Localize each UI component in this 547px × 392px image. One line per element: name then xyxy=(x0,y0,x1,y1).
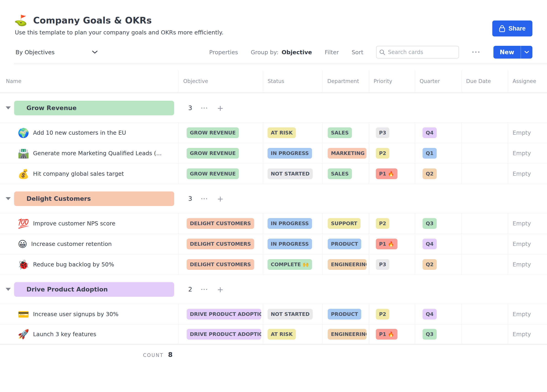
department-cell[interactable]: PRODUCT xyxy=(322,234,369,254)
department-cell[interactable]: SALES xyxy=(322,123,369,143)
quarter-cell[interactable]: Q4 xyxy=(415,123,461,143)
card-name-cell[interactable]: 😀Increase customer retention xyxy=(0,234,178,254)
group-by-control[interactable]: Group by: Objective xyxy=(251,49,312,56)
due-date-cell[interactable] xyxy=(461,324,508,344)
department-cell[interactable]: ENGINEERING xyxy=(322,324,369,344)
group-pill[interactable]: Drive Product Adoption xyxy=(14,282,174,297)
priority-cell[interactable]: P3 xyxy=(369,123,415,143)
card-name-cell[interactable]: 💳Increase user signups by 30% xyxy=(0,304,178,324)
assignee-cell[interactable]: Empty xyxy=(508,213,547,234)
status-cell[interactable]: NOT STARTED xyxy=(263,304,322,324)
column-header-quarter[interactable]: Quarter xyxy=(415,70,461,92)
table-row[interactable]: 🛣️Generate more Marketing Qualified Lead… xyxy=(0,143,547,164)
table-row[interactable]: 😀Increase customer retentionDELIGHT CUST… xyxy=(0,234,547,254)
column-header-status[interactable]: Status xyxy=(263,70,322,92)
collapse-group-icon[interactable] xyxy=(6,288,11,291)
column-header-department[interactable]: Department xyxy=(322,70,369,92)
group-add-icon[interactable]: + xyxy=(217,285,224,294)
due-date-cell[interactable] xyxy=(461,213,508,234)
properties-button[interactable]: Properties xyxy=(209,49,238,56)
card-name-cell[interactable]: 🌍Add 10 new customers in the EU xyxy=(0,123,178,143)
table-row[interactable]: 🌍Add 10 new customers in the EUGROW REVE… xyxy=(0,123,547,143)
group-add-icon[interactable]: + xyxy=(217,103,224,113)
quarter-cell[interactable]: Q4 xyxy=(415,234,461,254)
department-cell[interactable]: MARKETING xyxy=(322,143,369,163)
priority-cell[interactable]: P1 🔥 xyxy=(369,234,415,254)
filter-button[interactable]: Filter xyxy=(325,49,339,56)
priority-cell[interactable]: P2 xyxy=(369,143,415,163)
due-date-cell[interactable] xyxy=(461,254,508,275)
column-header-name[interactable]: Name xyxy=(0,70,178,92)
assignee-cell[interactable]: Empty xyxy=(508,254,547,275)
new-dropdown-button[interactable] xyxy=(521,46,533,59)
status-cell[interactable]: COMPLETE 🙌 xyxy=(263,254,322,275)
due-date-cell[interactable] xyxy=(461,304,508,324)
sort-button[interactable]: Sort xyxy=(352,49,363,56)
quarter-cell[interactable]: Q1 xyxy=(415,143,461,163)
card-name-cell[interactable]: 🚀Launch 3 key features xyxy=(0,324,178,344)
new-button-group[interactable]: New xyxy=(493,46,533,59)
quarter-cell[interactable]: Q2 xyxy=(415,164,461,184)
objective-cell[interactable]: DELIGHT CUSTOMERS xyxy=(178,213,263,234)
card-name-cell[interactable]: 🐞Reduce bug backlog by 50% xyxy=(0,254,178,275)
table-row[interactable]: 💰Hit company global sales targetGROW REV… xyxy=(0,164,547,184)
column-header-objective[interactable]: Objective xyxy=(178,70,263,92)
quarter-cell[interactable]: Q3 xyxy=(415,213,461,234)
column-header-due-date[interactable]: Due Date xyxy=(461,70,508,92)
objective-cell[interactable]: DRIVE PRODUCT ADOPTION xyxy=(178,324,263,344)
objective-cell[interactable]: DELIGHT CUSTOMERS xyxy=(178,234,263,254)
search-box[interactable] xyxy=(376,46,459,59)
group-by-value[interactable]: Objective xyxy=(282,49,312,56)
quarter-cell[interactable]: Q2 xyxy=(415,254,461,275)
table-row[interactable]: 🚀Launch 3 key featuresDRIVE PRODUCT ADOP… xyxy=(0,324,547,345)
status-cell[interactable]: AT RISK xyxy=(263,324,322,344)
table-row[interactable]: 💯Improve customer NPS scoreDELIGHT CUSTO… xyxy=(0,213,547,234)
objective-cell[interactable]: GROW REVENUE xyxy=(178,143,263,163)
new-button[interactable]: New xyxy=(493,46,520,59)
search-input[interactable] xyxy=(388,49,456,55)
quarter-cell[interactable]: Q4 xyxy=(415,304,461,324)
priority-cell[interactable]: P2 xyxy=(369,213,415,234)
due-date-cell[interactable] xyxy=(461,234,508,254)
assignee-cell[interactable]: Empty xyxy=(508,304,547,324)
status-cell[interactable]: IN PROGRESS xyxy=(263,234,322,254)
group-more-icon[interactable]: ··· xyxy=(201,287,208,292)
priority-cell[interactable]: P1 🔥 xyxy=(369,164,415,184)
priority-cell[interactable]: P2 xyxy=(369,304,415,324)
department-cell[interactable]: ENGINEERING xyxy=(322,254,369,275)
column-header-assignee[interactable]: Assignee xyxy=(508,70,547,92)
due-date-cell[interactable] xyxy=(461,164,508,184)
status-cell[interactable]: IN PROGRESS xyxy=(263,143,322,163)
objective-cell[interactable]: GROW REVENUE xyxy=(178,123,263,143)
quarter-cell[interactable]: Q3 xyxy=(415,324,461,344)
due-date-cell[interactable] xyxy=(461,123,508,143)
card-name-cell[interactable]: 💯Improve customer NPS score xyxy=(0,213,178,234)
assignee-cell[interactable]: Empty xyxy=(508,164,547,184)
due-date-cell[interactable] xyxy=(461,143,508,163)
table-row[interactable]: 💳Increase user signups by 30%DRIVE PRODU… xyxy=(0,304,547,324)
assignee-cell[interactable]: Empty xyxy=(508,143,547,163)
card-name-cell[interactable]: 💰Hit company global sales target xyxy=(0,164,178,184)
objective-cell[interactable]: DRIVE PRODUCT ADOPTION xyxy=(178,304,263,324)
status-cell[interactable]: IN PROGRESS xyxy=(263,213,322,234)
card-name-cell[interactable]: 🛣️Generate more Marketing Qualified Lead… xyxy=(0,143,178,163)
collapse-group-icon[interactable] xyxy=(6,197,11,200)
priority-cell[interactable]: P1 🔥 xyxy=(369,324,415,344)
assignee-cell[interactable]: Empty xyxy=(508,234,547,254)
objective-cell[interactable]: DELIGHT CUSTOMERS xyxy=(178,254,263,275)
group-more-icon[interactable]: ··· xyxy=(201,105,208,111)
group-add-icon[interactable]: + xyxy=(217,194,224,203)
department-cell[interactable]: PRODUCT xyxy=(322,304,369,324)
status-cell[interactable]: AT RISK xyxy=(263,123,322,143)
department-cell[interactable]: SALES xyxy=(322,164,369,184)
group-pill[interactable]: Grow Revenue xyxy=(14,101,174,115)
assignee-cell[interactable]: Empty xyxy=(508,324,547,344)
status-cell[interactable]: NOT STARTED xyxy=(263,164,322,184)
toolbar-more-icon[interactable]: ··· xyxy=(472,49,481,56)
priority-cell[interactable]: P3 xyxy=(369,254,415,275)
table-row[interactable]: 🐞Reduce bug backlog by 50%DELIGHT CUSTOM… xyxy=(0,254,547,275)
group-more-icon[interactable]: ··· xyxy=(201,196,208,201)
objective-cell[interactable]: GROW REVENUE xyxy=(178,164,263,184)
column-header-priority[interactable]: Priority xyxy=(369,70,415,92)
view-selector[interactable]: By Objectives xyxy=(15,49,97,56)
